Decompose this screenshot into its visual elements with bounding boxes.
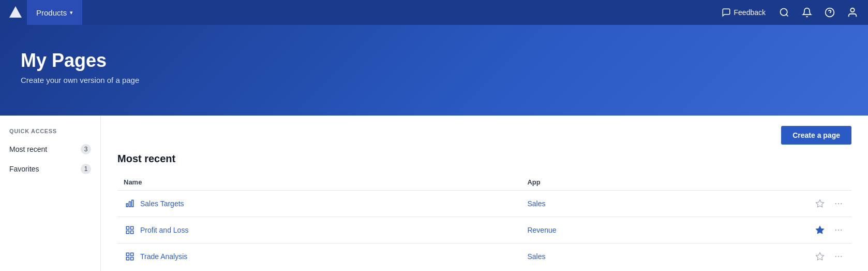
help-icon [825, 7, 835, 18]
table-row: Profit and Loss Revenue [117, 217, 851, 244]
svg-point-0 [781, 9, 787, 16]
products-menu-button[interactable]: Products ▾ [27, 0, 82, 25]
app-link[interactable]: Sales [527, 252, 545, 261]
create-page-button[interactable]: Create a page [781, 126, 851, 145]
chevron-down-icon: ▾ [70, 9, 73, 16]
table-cell-name: Sales Targets [117, 191, 521, 217]
notifications-button[interactable] [798, 3, 816, 22]
svg-point-24 [835, 256, 836, 257]
help-button[interactable] [820, 3, 839, 22]
sidebar-item-most-recent[interactable]: Most recent 3 [0, 139, 100, 159]
svg-point-26 [841, 256, 842, 257]
page-icon [124, 250, 136, 263]
table-header-name: Name [117, 174, 521, 191]
table-header-app: App [521, 174, 778, 191]
favorite-button[interactable] [813, 250, 827, 263]
products-label: Products [36, 8, 67, 17]
page-name-link[interactable]: Profit and Loss [124, 224, 515, 236]
svg-point-8 [835, 203, 836, 204]
ellipsis-icon [834, 199, 843, 208]
more-options-button[interactable] [832, 250, 845, 263]
favorite-button[interactable] [813, 223, 827, 237]
table-cell-app: Revenue [521, 217, 778, 244]
star-filled-icon [815, 225, 825, 235]
content-header: Create a page [117, 116, 851, 153]
svg-point-17 [838, 230, 839, 231]
svg-point-10 [841, 203, 842, 204]
sidebar-item-favorites-label: Favorites [9, 165, 39, 173]
topnav-right-actions: Feedback [716, 3, 862, 22]
svg-rect-20 [131, 253, 133, 255]
svg-rect-14 [131, 231, 133, 234]
user-icon [847, 7, 858, 18]
svg-rect-12 [131, 226, 133, 229]
ellipsis-icon [834, 252, 843, 261]
user-profile-button[interactable] [843, 3, 862, 22]
table-cell-actions [778, 191, 851, 217]
page-subtitle: Create your own version of a page [21, 76, 847, 84]
content-area: Create a page Most recent Name App Sales… [101, 116, 868, 271]
sidebar: QUICK ACCESS Most recent 3 Favorites 1 [0, 116, 101, 271]
app-logo[interactable] [6, 3, 25, 22]
svg-rect-6 [132, 200, 133, 207]
favorites-count: 1 [81, 164, 91, 174]
feedback-icon [722, 8, 731, 17]
table-cell-name: Profit and Loss [117, 217, 521, 244]
app-link[interactable]: Sales [527, 199, 545, 208]
svg-rect-19 [126, 253, 129, 255]
ellipsis-icon [834, 225, 843, 235]
table-header-actions [778, 174, 851, 191]
table-cell-app: Sales [521, 244, 778, 270]
hero-section: My Pages Create your own version of a pa… [0, 25, 868, 116]
bell-icon [802, 7, 812, 18]
svg-point-18 [841, 230, 842, 231]
star-icon [815, 199, 825, 208]
search-button[interactable] [775, 3, 794, 22]
feedback-button[interactable]: Feedback [716, 5, 771, 20]
search-icon [779, 7, 789, 18]
page-name-link[interactable]: Sales Targets [124, 197, 515, 210]
table-cell-actions [778, 244, 851, 270]
svg-rect-4 [126, 204, 128, 207]
svg-marker-15 [816, 226, 824, 234]
svg-rect-21 [126, 258, 129, 260]
star-icon [815, 252, 825, 261]
table-cell-name: Trade Analysis [117, 244, 521, 270]
svg-marker-23 [816, 253, 824, 260]
table-cell-actions [778, 217, 851, 244]
sidebar-item-favorites[interactable]: Favorites 1 [0, 159, 100, 179]
svg-point-3 [850, 8, 854, 12]
svg-point-25 [838, 256, 839, 257]
page-name-link[interactable]: Trade Analysis [124, 250, 515, 263]
svg-marker-7 [816, 200, 824, 207]
svg-rect-13 [126, 231, 129, 234]
table-row: Trade Analysis Sales [117, 244, 851, 270]
app-link[interactable]: Revenue [527, 226, 556, 234]
svg-rect-22 [131, 258, 133, 260]
more-options-button[interactable] [832, 223, 845, 237]
favorite-button[interactable] [813, 197, 827, 210]
more-options-button[interactable] [832, 197, 845, 210]
feedback-label: Feedback [734, 8, 766, 17]
most-recent-count: 3 [81, 144, 91, 154]
sidebar-section-label: QUICK ACCESS [0, 128, 100, 139]
svg-point-16 [835, 230, 836, 231]
table-row: Sales Targets Sales [117, 191, 851, 217]
svg-rect-5 [129, 202, 131, 207]
section-title: Most recent [117, 153, 851, 165]
page-icon [124, 224, 136, 236]
page-icon [124, 197, 136, 210]
sidebar-item-most-recent-label: Most recent [9, 145, 47, 153]
top-navigation: Products ▾ Feedback [0, 0, 868, 25]
table-cell-app: Sales [521, 191, 778, 217]
pages-table: Name App Sales Targets Sales [117, 174, 851, 269]
main-area: QUICK ACCESS Most recent 3 Favorites 1 C… [0, 116, 868, 271]
svg-point-9 [838, 203, 839, 204]
svg-rect-11 [126, 226, 129, 229]
page-title: My Pages [21, 50, 847, 72]
